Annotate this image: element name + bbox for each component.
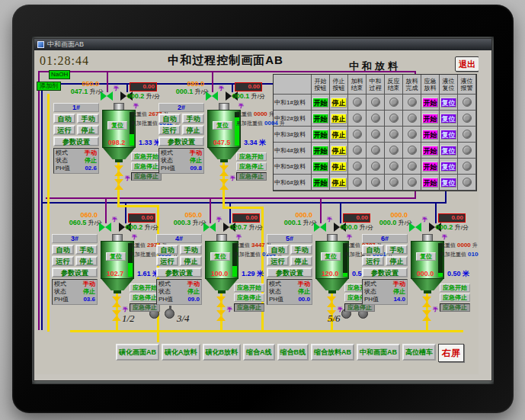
table-cell <box>458 143 476 159</box>
run-button[interactable]: 运行 <box>53 125 75 135</box>
start-badge[interactable]: 开始 <box>312 130 328 139</box>
stop-button[interactable]: 停止 <box>290 256 312 266</box>
discharge-table: 开始 按钮停止 按钮加料 结束中和 过程反应 结束放料 完成应急 放料液位 复位… <box>273 74 477 191</box>
auto-button[interactable]: 自动 <box>52 245 74 255</box>
run-button[interactable]: 运行 <box>267 256 289 266</box>
emergency-badge[interactable]: 开始 <box>422 162 438 172</box>
manual-button[interactable]: 手动 <box>290 245 312 255</box>
emergency-stop-button[interactable]: 应急停止 <box>130 293 160 302</box>
table-cell <box>385 143 403 159</box>
inlet-valve-icon[interactable] <box>314 223 326 232</box>
nav-button[interactable]: 高位槽车 <box>402 344 436 361</box>
auto-button[interactable]: 自动 <box>156 245 178 255</box>
emergency-start-button[interactable]: 应急开始 <box>131 152 162 161</box>
params-button[interactable]: 参数设置 <box>267 268 312 277</box>
table-cell: 停止 <box>330 95 348 111</box>
stop-button[interactable]: 停止 <box>180 256 202 266</box>
stop-badge[interactable]: 停止 <box>331 146 347 155</box>
reset-badge[interactable]: 复位 <box>440 146 456 155</box>
reset-badge[interactable]: 复位 <box>440 98 456 107</box>
params-button[interactable]: 参数设置 <box>156 268 202 277</box>
tank-reset-button[interactable]: 复位 <box>107 121 127 130</box>
emergency-stop-disabled-button[interactable]: 应急停止 <box>236 172 267 181</box>
manual-button[interactable]: 手动 <box>75 245 98 255</box>
reset-badge[interactable]: 复位 <box>440 114 456 123</box>
reset-badge[interactable]: 复位 <box>440 162 456 172</box>
emergency-stop-button[interactable]: 应急停止 <box>440 293 470 302</box>
manual-button[interactable]: 手动 <box>180 245 202 255</box>
stop-button[interactable]: 停止 <box>77 125 99 135</box>
reset-badge[interactable]: 复位 <box>440 130 456 139</box>
start-badge[interactable]: 开始 <box>312 98 328 107</box>
params-button[interactable]: 参数设置 <box>158 136 204 146</box>
start-badge[interactable]: 开始 <box>312 114 328 123</box>
stop-badge[interactable]: 停止 <box>331 114 347 123</box>
state-value: 停止 <box>83 288 95 296</box>
start-badge[interactable]: 开始 <box>312 146 328 155</box>
tank-reset-button[interactable]: 复位 <box>210 252 230 261</box>
emergency-stop-disabled-button[interactable]: 应急停止 <box>234 303 264 312</box>
nav-button[interactable]: 中和画面AB <box>357 344 400 361</box>
emergency-stop-disabled-button[interactable]: 应急停止 <box>130 303 160 312</box>
run-button[interactable]: 运行 <box>158 125 181 135</box>
nav-button[interactable]: 磺化A放料 <box>162 344 200 361</box>
emergency-stop-disabled-button[interactable]: 应急停止 <box>131 172 162 181</box>
run-button[interactable]: 运行 <box>156 256 178 266</box>
level-text: 3.34 米 <box>244 138 266 148</box>
auto-button[interactable]: 自动 <box>362 245 384 255</box>
stop-badge[interactable]: 停止 <box>331 130 347 139</box>
emergency-badge[interactable]: 开始 <box>422 130 438 139</box>
tank-reset-button[interactable]: 复位 <box>321 252 341 261</box>
flow-actual: 000.3 升/分 <box>155 219 206 227</box>
stop-button[interactable]: 停止 <box>386 256 408 266</box>
emergency-start-button[interactable]: 应急开始 <box>130 284 160 292</box>
inlet-valve-icon[interactable] <box>203 223 216 232</box>
stop-badge[interactable]: 停止 <box>331 178 347 188</box>
emergency-start-button[interactable]: 应急开始 <box>440 284 470 292</box>
manual-button[interactable]: 手动 <box>77 114 99 123</box>
params-button[interactable]: 参数设置 <box>53 136 99 146</box>
stop-badge[interactable]: 停止 <box>331 162 347 172</box>
manual-button[interactable]: 手动 <box>182 114 204 123</box>
stop-badge[interactable]: 停止 <box>331 98 347 107</box>
tank-reset-button[interactable]: 复位 <box>213 121 232 130</box>
emergency-badge[interactable]: 开始 <box>422 178 438 188</box>
run-button[interactable]: 运行 <box>362 256 384 266</box>
auto-button[interactable]: 自动 <box>53 114 75 123</box>
params-button[interactable]: 参数设置 <box>362 268 408 277</box>
inlet-valve-icon[interactable] <box>101 91 113 101</box>
auto-button[interactable]: 自动 <box>267 245 289 255</box>
emergency-stop-button[interactable]: 应急停止 <box>234 293 264 302</box>
emergency-stop-button[interactable]: 应急停止 <box>236 162 267 171</box>
inlet-valve-icon[interactable] <box>409 223 421 232</box>
reset-badge[interactable]: 复位 <box>440 178 456 188</box>
stop-button[interactable]: 停止 <box>182 125 204 135</box>
stop-button[interactable]: 停止 <box>75 256 98 266</box>
params-button[interactable]: 参数设置 <box>52 268 98 277</box>
nav-button[interactable]: 缩合放料AB <box>311 344 354 361</box>
run-button[interactable]: 运行 <box>52 256 74 266</box>
nav-button[interactable]: 缩合A线 <box>243 344 275 361</box>
hand-label: 手 <box>327 216 332 223</box>
exit-button[interactable]: 退出 <box>455 56 479 72</box>
nav-button[interactable]: 磺化画面AB <box>116 344 159 361</box>
start-badge[interactable]: 开始 <box>312 178 328 188</box>
emergency-start-button[interactable]: 应急开始 <box>236 152 267 161</box>
emergency-badge[interactable]: 开始 <box>422 146 438 155</box>
emergency-badge[interactable]: 开始 <box>422 98 438 107</box>
tank-reset-button[interactable]: 复位 <box>106 252 126 261</box>
manual-button[interactable]: 手动 <box>386 245 408 255</box>
mode-value: 手动 <box>85 149 97 157</box>
emergency-badge[interactable]: 开始 <box>422 114 438 123</box>
right-screen-button[interactable]: 右屏 <box>438 344 464 362</box>
auto-button[interactable]: 自动 <box>158 114 181 123</box>
emergency-start-button[interactable]: 应急开始 <box>234 284 264 292</box>
emergency-stop-disabled-button[interactable]: 应急停止 <box>440 303 470 312</box>
start-badge[interactable]: 开始 <box>312 162 328 172</box>
tank-reset-button[interactable]: 复位 <box>416 252 436 261</box>
nav-button[interactable]: 磺化B放料 <box>203 344 242 361</box>
inlet-valve-icon[interactable] <box>99 223 111 232</box>
inlet-valve-icon[interactable] <box>206 91 218 101</box>
nav-button[interactable]: 缩合B线 <box>277 344 309 361</box>
emergency-stop-button[interactable]: 应急停止 <box>131 162 162 171</box>
